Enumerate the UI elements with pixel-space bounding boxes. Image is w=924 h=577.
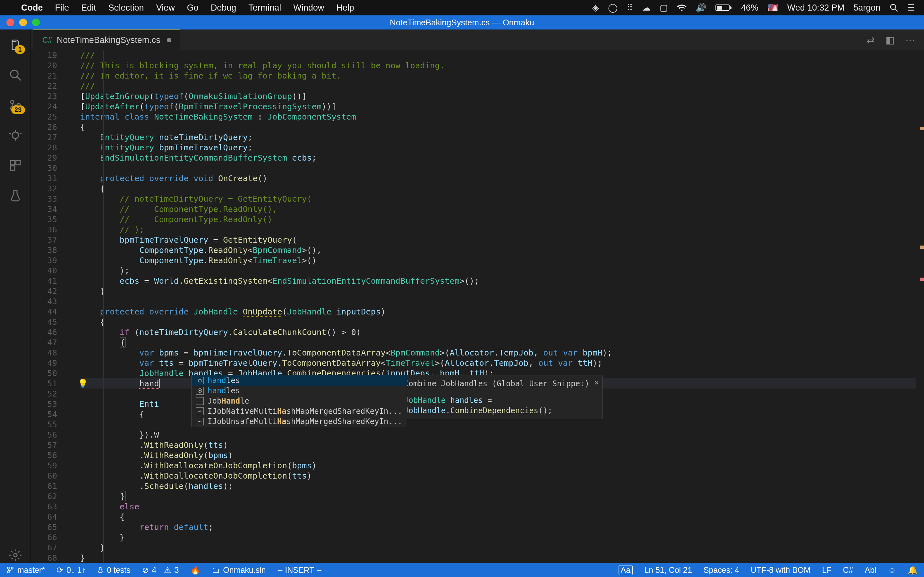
svg-line-13	[9, 133, 11, 134]
settings-gear-icon[interactable]	[8, 548, 23, 563]
svg-line-14	[19, 133, 21, 134]
cloud-icon[interactable]: ☁	[642, 3, 651, 13]
snippet-kind-icon: ▢	[196, 377, 204, 384]
battery-percent: 46%	[741, 3, 758, 13]
menu-edit[interactable]: Edit	[81, 3, 96, 13]
debug-icon[interactable]	[8, 127, 23, 143]
git-branch[interactable]: master*	[6, 566, 45, 575]
menu-view[interactable]: View	[156, 3, 175, 13]
svg-point-7	[11, 100, 14, 103]
menu-window[interactable]: Window	[293, 3, 324, 13]
scm-badge: 23	[11, 105, 25, 114]
dirty-indicator-icon	[167, 38, 171, 42]
autocomplete-item[interactable]: ⊸ IJobUnsafeMultiHashMapMergedSharedKeyI…	[192, 416, 407, 427]
status-bar: master* ⟳ 0↓ 1↑ 0 tests ⊘ 4 ⚠ 3 🔥 🗀 Onma…	[0, 563, 924, 577]
svg-rect-17	[11, 166, 15, 170]
input-flag[interactable]: 🇺🇸	[767, 3, 779, 13]
search-icon[interactable]	[8, 67, 23, 83]
autocomplete-item[interactable]: ▢ handles	[192, 376, 407, 386]
svg-point-10	[12, 132, 19, 139]
eol[interactable]: LF	[822, 566, 831, 575]
menu-selection[interactable]: Selection	[108, 3, 144, 13]
line-numbers: 1920212223242526272829303132333435363738…	[31, 50, 66, 563]
menu-help[interactable]: Help	[336, 3, 354, 13]
svg-line-4	[895, 9, 898, 11]
username[interactable]: 5argon	[853, 3, 880, 13]
interface-kind-icon: ⊸	[196, 408, 204, 415]
unity-icon[interactable]: ◈	[592, 3, 599, 13]
explorer-icon[interactable]: 1	[8, 37, 23, 53]
extensions-icon[interactable]	[8, 158, 23, 173]
tab-label: NoteTimeBakingSystem.cs	[57, 35, 160, 45]
case-sensitive[interactable]: Aa	[619, 565, 633, 575]
notifications-bell-icon[interactable]: 🔔	[908, 566, 918, 575]
macos-menubar: Code File Edit Selection View Go Debug T…	[0, 0, 924, 15]
dropbox-icon[interactable]: ⠿	[627, 3, 633, 13]
csharp-file-icon: C#	[42, 35, 52, 45]
tests-status[interactable]: 0 tests	[97, 566, 131, 575]
wifi-icon[interactable]	[677, 4, 687, 11]
source-control-icon[interactable]: 23	[8, 97, 23, 113]
sync-status[interactable]: ⟳ 0↓ 1↑	[57, 566, 86, 575]
close-window-button[interactable]	[6, 19, 14, 26]
language-mode[interactable]: C#	[843, 566, 853, 575]
cursor-position[interactable]: Ln 51, Col 21	[644, 566, 692, 575]
spotlight-icon[interactable]	[889, 3, 898, 12]
window-title: NoteTimeBakingSystem.cs — Onmaku	[390, 18, 534, 27]
indentation[interactable]: Spaces: 4	[704, 566, 739, 575]
battery-icon[interactable]	[716, 4, 732, 11]
encoding[interactable]: UTF-8 with BOM	[751, 566, 811, 575]
solution-status[interactable]: 🗀 Onmaku.sln	[212, 566, 266, 575]
menu-terminal[interactable]: Terminal	[248, 3, 281, 13]
window-titlebar: NoteTimeBakingSystem.cs — Onmaku	[0, 15, 924, 29]
svg-point-20	[7, 571, 9, 573]
tab-notetimebakingsystem[interactable]: C# NoteTimeBakingSystem.cs	[33, 29, 180, 50]
svg-rect-16	[16, 161, 20, 165]
menu-go[interactable]: Go	[187, 3, 199, 13]
autocomplete-item[interactable]: ⊸ IJobNativeMultiHashMapMergedSharedKeyI…	[192, 406, 407, 416]
close-icon[interactable]: ✕	[594, 377, 599, 388]
interface-kind-icon: ⊸	[196, 418, 204, 425]
explorer-badge: 1	[15, 45, 25, 54]
autocomplete-popup[interactable]: ▢ handles ⦿ handles JobHandle ⊸ IJobNati…	[191, 375, 407, 427]
autocomplete-item[interactable]: JobHandle	[192, 396, 407, 406]
omnisharp-flame-icon[interactable]: 🔥	[190, 566, 200, 575]
minimap[interactable]	[916, 50, 924, 563]
svg-point-18	[13, 554, 17, 557]
menu-file[interactable]: File	[55, 3, 69, 13]
doc-header: Combine JobHandles (Global User Snippet)	[404, 379, 596, 389]
activity-bar: 1 23	[0, 29, 31, 563]
vim-mode: -- INSERT --	[278, 566, 322, 575]
app-name[interactable]: Code	[21, 3, 43, 13]
more-actions-icon[interactable]: ⋯	[905, 34, 915, 45]
clock[interactable]: Wed 10:32 PM	[787, 3, 845, 13]
menu-debug[interactable]: Debug	[211, 3, 236, 13]
display-icon[interactable]: ▢	[660, 3, 668, 13]
autocomplete-item[interactable]: ⦿ handles	[192, 386, 407, 396]
steam-icon[interactable]: ◯	[608, 3, 618, 13]
feedback-icon[interactable]: ☺	[888, 566, 896, 575]
control-center-icon[interactable]: ☰	[907, 3, 915, 13]
volume-icon[interactable]: 🔊	[696, 3, 706, 13]
svg-rect-1	[730, 6, 732, 9]
code-editor[interactable]: 1920212223242526272829303132333435363738…	[31, 50, 924, 563]
zoom-window-button[interactable]	[32, 19, 40, 26]
editor-tabs: C# NoteTimeBakingSystem.cs ⇄ ◧ ⋯	[31, 29, 924, 50]
split-editor-icon[interactable]: ◧	[885, 34, 895, 45]
svg-point-5	[11, 70, 18, 77]
window-controls	[6, 19, 40, 26]
field-kind-icon: ⦿	[196, 387, 204, 395]
class-kind-icon	[196, 397, 204, 405]
abl[interactable]: Abl	[865, 566, 876, 575]
suggestion-details: ✕ Combine JobHandles (Global User Snippe…	[397, 375, 603, 419]
svg-line-6	[17, 77, 21, 81]
svg-rect-2	[717, 6, 722, 10]
svg-rect-15	[11, 161, 15, 165]
svg-point-21	[11, 567, 13, 569]
lightbulb-icon[interactable]: 💡	[78, 378, 88, 388]
compare-changes-icon[interactable]: ⇄	[867, 34, 875, 45]
problems-status[interactable]: ⊘ 4 ⚠ 3	[142, 566, 179, 575]
test-icon[interactable]	[8, 188, 23, 203]
svg-point-3	[891, 5, 896, 10]
minimize-window-button[interactable]	[19, 19, 27, 26]
